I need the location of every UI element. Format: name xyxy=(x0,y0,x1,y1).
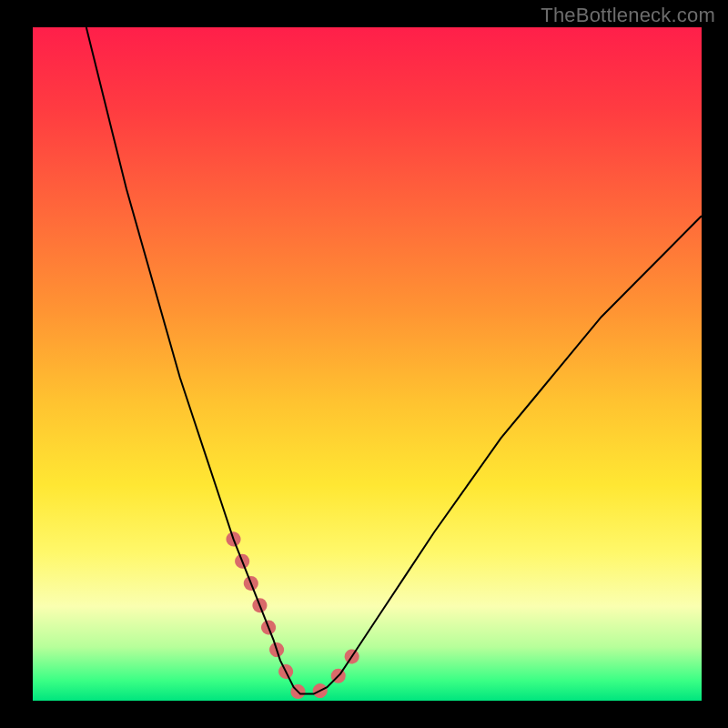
chart-frame: TheBottleneck.com xyxy=(0,0,728,728)
plot-area xyxy=(33,27,702,701)
curve-svg xyxy=(33,27,702,701)
watermark-text: TheBottleneck.com xyxy=(541,4,715,27)
bottleneck-curve xyxy=(86,27,702,694)
highlight-band xyxy=(234,539,354,693)
